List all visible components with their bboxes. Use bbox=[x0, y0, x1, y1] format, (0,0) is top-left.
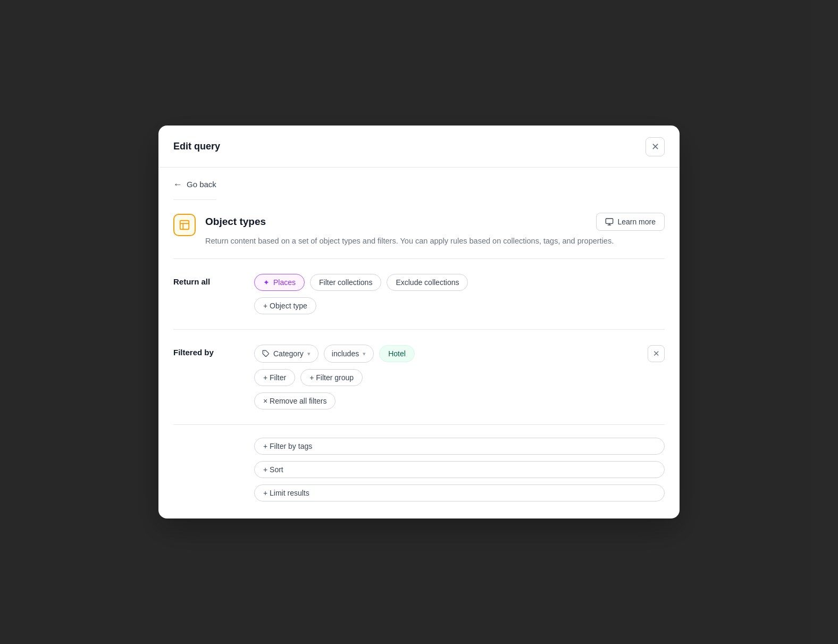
return-all-chips: ✦ Places Filter collections Exclude coll… bbox=[254, 274, 665, 291]
object-types-content: Object types Learn more bbox=[205, 213, 665, 247]
hotel-tag-chip[interactable]: Hotel bbox=[379, 345, 415, 362]
modal-title: Edit query bbox=[173, 141, 220, 152]
add-object-type-row: + Object type bbox=[254, 297, 665, 314]
add-filter-row: + Filter + Filter group bbox=[254, 369, 665, 386]
remove-all-filters-label: × Remove all filters bbox=[263, 397, 326, 405]
sort-button[interactable]: + Sort bbox=[254, 461, 665, 478]
remove-filter-button[interactable]: ✕ bbox=[648, 345, 665, 362]
add-filter-group-button[interactable]: + Filter group bbox=[300, 369, 363, 386]
includes-chevron-icon: ▾ bbox=[363, 350, 366, 357]
go-back-button[interactable]: ← Go back bbox=[173, 168, 216, 200]
modal-overlay: Edit query ✕ ← Go back bbox=[0, 0, 838, 644]
filter-collections-label: Filter collections bbox=[319, 278, 372, 287]
category-dropdown[interactable]: Category ▾ bbox=[254, 345, 319, 363]
places-label: Places bbox=[273, 278, 296, 287]
object-types-icon bbox=[173, 214, 196, 236]
sort-label: + Sort bbox=[263, 465, 283, 474]
modal-header: Edit query ✕ bbox=[158, 126, 680, 168]
svg-rect-0 bbox=[180, 221, 189, 230]
filtered-by-section: Filtered by Category ▾ bbox=[173, 330, 665, 425]
object-types-section: Object types Learn more bbox=[173, 200, 665, 259]
modal-body: ← Go back Object types bbox=[158, 168, 680, 518]
svg-rect-3 bbox=[606, 219, 613, 223]
object-types-title: Object types bbox=[205, 216, 266, 228]
add-filter-button[interactable]: + Filter bbox=[254, 369, 295, 386]
close-icon: ✕ bbox=[651, 141, 659, 153]
limit-results-label: + Limit results bbox=[263, 489, 309, 497]
category-chevron-icon: ▾ bbox=[307, 350, 311, 357]
remove-all-filters-button[interactable]: × Remove all filters bbox=[254, 392, 336, 409]
hotel-label: Hotel bbox=[388, 349, 406, 358]
return-all-label: Return all bbox=[173, 274, 237, 286]
screen-icon bbox=[605, 218, 614, 226]
filter-collections-chip[interactable]: Filter collections bbox=[310, 274, 381, 291]
tag-icon bbox=[262, 350, 270, 357]
edit-query-modal: Edit query ✕ ← Go back bbox=[158, 126, 680, 518]
ot-header: Object types Learn more bbox=[205, 213, 665, 231]
remove-all-row: × Remove all filters bbox=[254, 392, 665, 409]
add-object-type-button[interactable]: + Object type bbox=[254, 297, 316, 314]
remove-filter-icon: ✕ bbox=[653, 349, 660, 358]
return-all-section: Return all ✦ Places Filter collections E… bbox=[173, 259, 665, 330]
filtered-by-content: Category ▾ includes ▾ Hotel ✕ bbox=[254, 345, 665, 409]
add-filter-label: + Filter bbox=[263, 373, 286, 382]
includes-label: includes bbox=[332, 349, 359, 358]
extra-actions-section: + Filter by tags + Sort + Limit results bbox=[173, 425, 665, 501]
object-types-description: Return content based on a set of object … bbox=[205, 235, 665, 247]
learn-more-button[interactable]: Learn more bbox=[596, 213, 665, 231]
filtered-by-label: Filtered by bbox=[173, 345, 237, 357]
limit-results-button[interactable]: + Limit results bbox=[254, 484, 665, 501]
filter-by-tags-label: + Filter by tags bbox=[263, 442, 312, 450]
places-icon: ✦ bbox=[263, 278, 270, 287]
category-label: Category bbox=[273, 349, 304, 358]
exclude-collections-label: Exclude collections bbox=[396, 278, 459, 287]
go-back-label: Go back bbox=[187, 180, 216, 189]
filter-by-tags-button[interactable]: + Filter by tags bbox=[254, 438, 665, 455]
return-all-content: ✦ Places Filter collections Exclude coll… bbox=[254, 274, 665, 314]
close-button[interactable]: ✕ bbox=[646, 137, 665, 156]
add-filter-group-label: + Filter group bbox=[309, 373, 354, 382]
places-chip[interactable]: ✦ Places bbox=[254, 274, 305, 291]
learn-more-label: Learn more bbox=[617, 218, 656, 226]
includes-dropdown[interactable]: includes ▾ bbox=[324, 345, 374, 363]
filter-row: Category ▾ includes ▾ Hotel ✕ bbox=[254, 345, 665, 363]
exclude-collections-chip[interactable]: Exclude collections bbox=[387, 274, 468, 291]
back-arrow-icon: ← bbox=[173, 179, 182, 190]
add-object-type-label: + Object type bbox=[263, 302, 307, 310]
